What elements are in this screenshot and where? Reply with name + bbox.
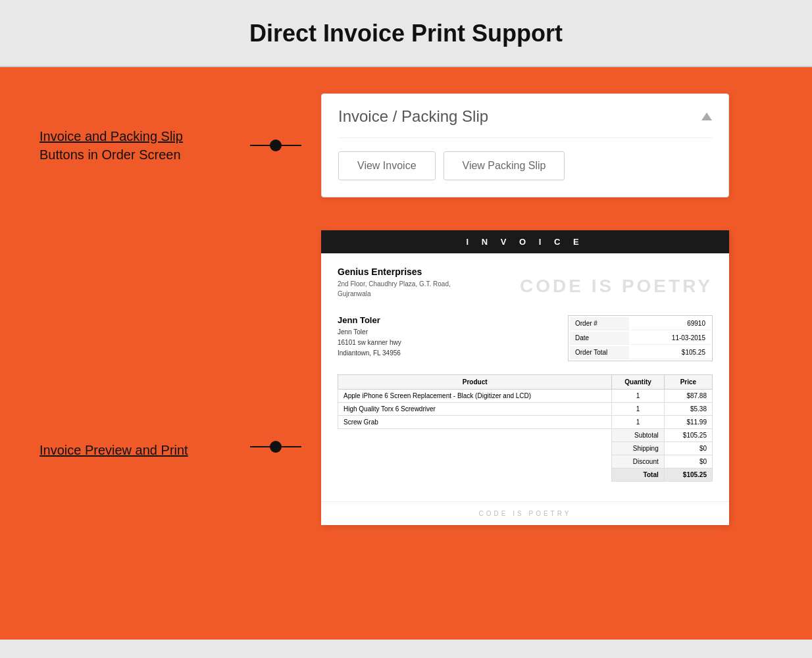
connector-line4 <box>282 446 301 447</box>
order-number-label: Order # <box>570 317 629 330</box>
date-label: Date <box>570 332 629 345</box>
invoice-header-bar: I N V O I C E <box>321 230 729 253</box>
product-col-header: Product <box>338 375 612 390</box>
collapse-icon[interactable] <box>701 113 712 120</box>
company-address: 2nd Floor, Chaudhry Plaza, G.T. Road,Guj… <box>338 279 451 299</box>
product-price: $5.38 <box>664 403 712 416</box>
discount-label: Discount <box>612 455 664 468</box>
line-item-row: High Quality Torx 6 Screwdriver 1 $5.38 <box>338 403 713 416</box>
order-panel: Invoice / Packing Slip View Invoice View… <box>321 93 729 197</box>
page-title: Direct Invoice Print Support <box>13 20 799 47</box>
products-table: Product Quantity Price Apple iPhone 6 Sc… <box>338 374 713 482</box>
invoice-footer-text: CODE IS POETRY <box>479 510 572 517</box>
total-label: Total <box>612 468 664 482</box>
customer-details: Jenn Toler 16101 sw kanner hwy Indiantow… <box>338 327 401 359</box>
products-header-row: Product Quantity Price <box>338 375 713 390</box>
date-value: 11-03-2015 <box>630 332 711 345</box>
connector-dot <box>270 139 282 151</box>
discount-value: $0 <box>664 455 712 468</box>
customer-info: Jenn Toler Jenn Toler 16101 sw kanner hw… <box>338 315 401 359</box>
section-order-label-line2: Buttons in Order Screen <box>39 147 181 162</box>
main-area: Invoice and Packing Slip Buttons in Orde… <box>0 67 812 640</box>
product-price: $87.88 <box>664 390 712 403</box>
customer-line1: Jenn Toler <box>338 328 368 336</box>
customer-line2: 16101 sw kanner hwy <box>338 339 401 346</box>
order-total-value: $105.25 <box>630 346 711 359</box>
order-summary-table: Order # 69910 Date 11-03-2015 Order Tota… <box>568 315 713 361</box>
watermark-text: CODE IS POETRY <box>520 269 713 297</box>
totals-shipping-row: Shipping $0 <box>338 442 713 455</box>
connector-1 <box>250 139 301 151</box>
company-name: Genius Enterprises <box>338 266 451 277</box>
invoice-top: Genius Enterprises 2nd Floor, Chaudhry P… <box>338 266 713 299</box>
shipping-value: $0 <box>664 442 712 455</box>
total-value: $105.25 <box>664 468 712 482</box>
connector-line <box>250 145 270 146</box>
order-panel-header: Invoice / Packing Slip <box>338 107 712 138</box>
product-quantity: 1 <box>612 403 664 416</box>
product-name: Apple iPhone 6 Screen Replacement - Blac… <box>338 390 612 403</box>
order-panel-title: Invoice / Packing Slip <box>338 107 488 126</box>
product-name: Screw Grab <box>338 416 612 429</box>
invoice-buttons: View Invoice View Packing Slip <box>338 151 712 180</box>
invoice-footer: CODE IS POETRY <box>321 501 729 525</box>
section-invoice-label: Invoice Preview and Print <box>39 441 250 459</box>
view-packing-slip-button[interactable]: View Packing Slip <box>444 151 565 180</box>
product-name: High Quality Torx 6 Screwdriver <box>338 403 612 416</box>
line-item-row: Apple iPhone 6 Screen Replacement - Blac… <box>338 390 713 403</box>
invoice-header-text: I N V O I C E <box>466 237 584 247</box>
section-order-label-line1: Invoice and Packing Slip <box>39 129 183 143</box>
date-row: Date 11-03-2015 <box>570 332 711 345</box>
totals-subtotal-row: Subtotal $105.25 <box>338 429 713 442</box>
order-total-row: Order Total $105.25 <box>570 346 711 359</box>
order-number-value: 69910 <box>630 317 711 330</box>
invoice-customer-section: Jenn Toler Jenn Toler 16101 sw kanner hw… <box>338 315 713 361</box>
order-total-label: Order Total <box>570 346 629 359</box>
customer-line3: Indiantown, FL 34956 <box>338 349 401 357</box>
page-header: Direct Invoice Print Support <box>0 0 812 67</box>
customer-name: Jenn Toler <box>338 315 401 325</box>
view-invoice-button[interactable]: View Invoice <box>338 151 436 180</box>
shipping-label: Shipping <box>612 442 664 455</box>
order-number-row: Order # 69910 <box>570 317 711 330</box>
section-invoice-label-line1: Invoice Preview and Print <box>39 443 188 457</box>
connector-2 <box>250 441 301 453</box>
subtotal-value: $105.25 <box>664 429 712 442</box>
product-quantity: 1 <box>612 390 664 403</box>
product-quantity: 1 <box>612 416 664 429</box>
connector-line2 <box>282 145 301 146</box>
connector-dot-2 <box>270 441 282 453</box>
connector-line3 <box>250 446 270 447</box>
section-invoice: Invoice Preview and Print I N V O I C E … <box>39 230 773 525</box>
section-order-label: Invoice and Packing Slip Buttons in Orde… <box>39 127 250 164</box>
quantity-col-header: Quantity <box>612 375 664 390</box>
totals-total-row: Total $105.25 <box>338 468 713 482</box>
line-item-row: Screw Grab 1 $11.99 <box>338 416 713 429</box>
section-order: Invoice and Packing Slip Buttons in Orde… <box>39 93 773 197</box>
product-price: $11.99 <box>664 416 712 429</box>
company-info: Genius Enterprises 2nd Floor, Chaudhry P… <box>338 266 451 299</box>
invoice-body: Genius Enterprises 2nd Floor, Chaudhry P… <box>321 253 729 495</box>
price-col-header: Price <box>664 375 712 390</box>
invoice-document: I N V O I C E Genius Enterprises 2nd Flo… <box>321 230 729 525</box>
subtotal-label: Subtotal <box>612 429 664 442</box>
totals-discount-row: Discount $0 <box>338 455 713 468</box>
